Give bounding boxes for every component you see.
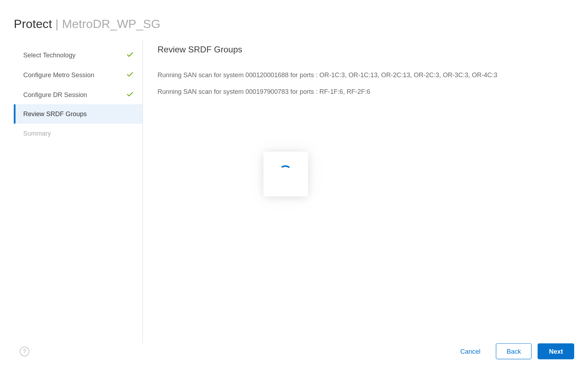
- cancel-button[interactable]: Cancel: [451, 343, 490, 359]
- title-divider: |: [56, 17, 59, 31]
- step-label: Summary: [23, 130, 51, 137]
- step-label: Review SRDF Groups: [23, 110, 87, 118]
- step-configure-dr-session[interactable]: Configure DR Session: [14, 84, 143, 104]
- next-button[interactable]: Next: [538, 343, 574, 359]
- check-icon: [126, 71, 134, 79]
- help-glyph: ?: [23, 348, 26, 354]
- help-icon[interactable]: ?: [20, 347, 29, 356]
- footer-buttons: Cancel Back Next: [451, 343, 574, 359]
- check-icon: [126, 90, 134, 98]
- back-button[interactable]: Back: [496, 343, 532, 359]
- status-line: Running SAN scan for system 000197900783…: [157, 88, 575, 95]
- step-summary[interactable]: Summary: [14, 124, 143, 143]
- step-label: Configure DR Session: [23, 91, 87, 98]
- step-review-srdf-groups[interactable]: Review SRDF Groups: [14, 104, 143, 124]
- content-title: Review SRDF Groups: [157, 45, 575, 55]
- spinner-icon: [277, 164, 295, 184]
- loading-card: [264, 152, 309, 197]
- wizard-steps: Select Technology Configure Metro Sessio…: [14, 40, 143, 343]
- step-label: Select Technology: [23, 51, 76, 58]
- check-icon: [126, 51, 134, 59]
- page-header: Protect | MetroDR_WP_SG: [0, 0, 588, 40]
- main-content: Review SRDF Groups Running SAN scan for …: [143, 40, 588, 343]
- wizard-footer: ? Cancel Back Next: [0, 343, 588, 370]
- step-configure-metro-session[interactable]: Configure Metro Session: [14, 64, 143, 84]
- step-label: Configure Metro Session: [23, 71, 94, 78]
- page-title: Protect: [14, 17, 52, 31]
- page-subtitle: MetroDR_WP_SG: [62, 17, 160, 31]
- status-line: Running SAN scan for system 000120001688…: [157, 71, 575, 79]
- step-select-technology[interactable]: Select Technology: [14, 45, 143, 65]
